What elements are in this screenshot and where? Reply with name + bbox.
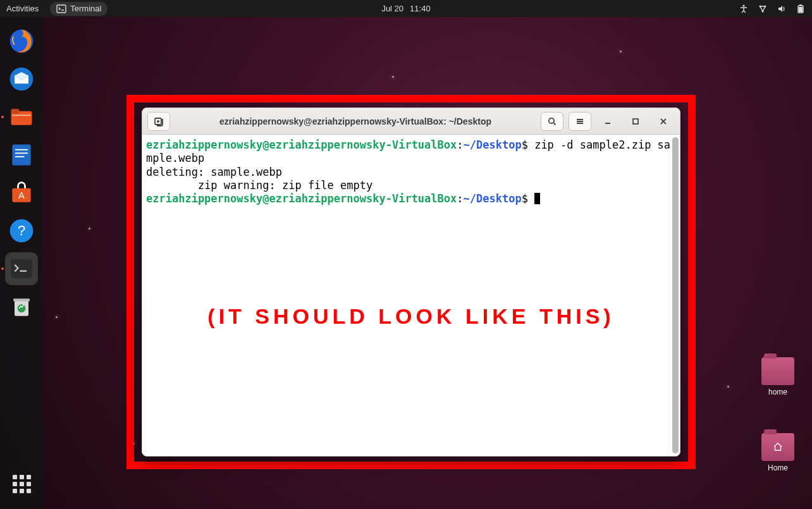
- svg-point-26: [549, 118, 554, 123]
- svg-rect-16: [15, 156, 25, 157]
- svg-rect-13: [12, 145, 30, 166]
- close-button[interactable]: [652, 112, 675, 131]
- show-applications[interactable]: [5, 467, 38, 500]
- scrollbar-thumb[interactable]: [672, 137, 679, 453]
- desktop-folder-label: home: [755, 388, 801, 396]
- desktop-folder-home-lower[interactable]: home: [755, 357, 801, 396]
- terminal-window: ezriahzippernowsky@ezriahzippernowsky-Vi…: [142, 107, 680, 457]
- new-tab-button[interactable]: [147, 112, 170, 131]
- svg-rect-11: [11, 109, 20, 113]
- scrollbar[interactable]: [672, 137, 679, 453]
- output-line: deleting: sample.webp: [146, 166, 282, 178]
- active-app-indicator[interactable]: Terminal: [50, 2, 108, 16]
- terminal-body[interactable]: ezriahzippernowsky@ezriahzippernowsky-Vi…: [142, 135, 680, 456]
- svg-rect-7: [799, 7, 803, 12]
- svg-point-1: [742, 4, 744, 6]
- prompt-path: ~/Desktop: [464, 192, 522, 205]
- svg-rect-21: [11, 259, 32, 278]
- time-text: 11:40: [410, 4, 431, 13]
- prompt-path: ~/Desktop: [464, 138, 522, 151]
- output-line: zip warning: zip file empty: [146, 179, 372, 192]
- svg-rect-15: [15, 152, 28, 154]
- dock-terminal[interactable]: [5, 252, 38, 285]
- dock-software[interactable]: A: [5, 176, 38, 209]
- search-button[interactable]: [541, 112, 563, 131]
- dock-help[interactable]: ?: [5, 214, 38, 247]
- terminal-title: ezriahzippernowsky@ezriahzippernowsky-Vi…: [175, 116, 536, 126]
- svg-rect-27: [633, 119, 638, 124]
- svg-rect-0: [57, 5, 66, 13]
- top-panel: Activities Terminal Jul 20 11:40: [0, 0, 812, 17]
- dock-files[interactable]: [5, 101, 38, 133]
- volume-icon[interactable]: [777, 4, 787, 14]
- svg-text:A: A: [18, 190, 25, 200]
- desktop-folder-label: Home: [755, 463, 801, 472]
- dock: A ?: [0, 17, 43, 509]
- prompt-user: ezriahzippernowsky@ezriahzippernowsky-Vi…: [146, 192, 457, 205]
- apps-grid-icon: [13, 475, 31, 493]
- dock-trash[interactable]: [5, 290, 38, 323]
- svg-text:?: ?: [18, 223, 25, 238]
- cursor: [534, 193, 540, 204]
- date-text: Jul 20: [381, 4, 403, 13]
- dock-writer[interactable]: [5, 138, 38, 171]
- desktop-folder-home-upper[interactable]: Home: [755, 433, 801, 472]
- terminal-small-icon: [56, 4, 66, 14]
- svg-rect-23: [13, 298, 30, 302]
- menu-button[interactable]: [569, 112, 591, 131]
- maximize-button[interactable]: [624, 112, 647, 131]
- svg-point-24: [18, 304, 26, 312]
- accessibility-icon[interactable]: [739, 4, 749, 14]
- svg-rect-12: [12, 114, 30, 116]
- active-app-label: Terminal: [70, 4, 101, 13]
- battery-icon[interactable]: [796, 4, 806, 14]
- activities-button[interactable]: Activities: [6, 4, 39, 13]
- dock-thunderbird[interactable]: [5, 63, 38, 95]
- clock[interactable]: Jul 20 11:40: [381, 4, 430, 13]
- network-icon[interactable]: [758, 4, 768, 14]
- dock-firefox[interactable]: [5, 25, 38, 58]
- svg-rect-6: [799, 4, 802, 6]
- prompt-user: ezriahzippernowsky@ezriahzippernowsky-Vi…: [146, 138, 457, 151]
- minimize-button[interactable]: [596, 112, 619, 131]
- annotation-caption: (IT SHOULD LOOK LIKE THIS): [207, 303, 614, 330]
- terminal-titlebar[interactable]: ezriahzippernowsky@ezriahzippernowsky-Vi…: [142, 108, 680, 135]
- annotation-frame: ezriahzippernowsky@ezriahzippernowsky-Vi…: [126, 95, 696, 469]
- svg-rect-14: [15, 149, 28, 150]
